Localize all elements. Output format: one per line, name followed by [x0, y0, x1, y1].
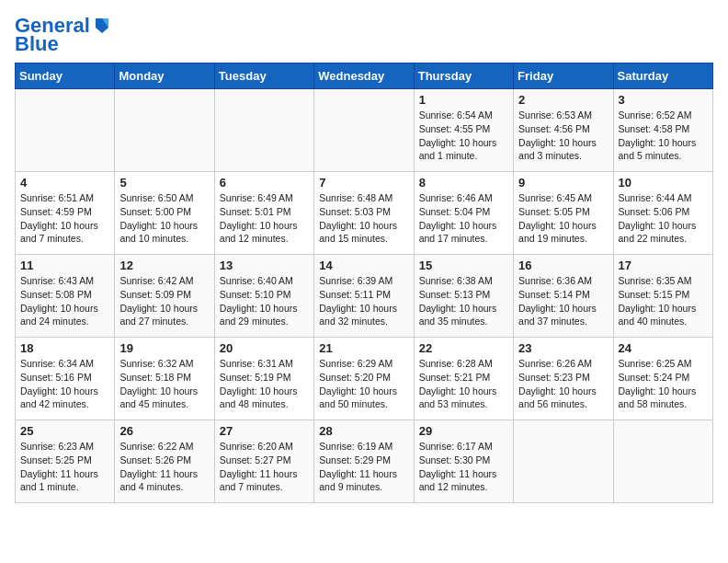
day-number: 10 — [619, 176, 708, 190]
day-info: Sunrise: 6:19 AM Sunset: 5:29 PM Dayligh… — [319, 440, 408, 494]
calendar-cell — [115, 89, 214, 172]
day-info: Sunrise: 6:42 AM Sunset: 5:09 PM Dayligh… — [119, 274, 209, 328]
day-number: 7 — [319, 176, 408, 190]
day-info: Sunrise: 6:35 AM Sunset: 5:15 PM Dayligh… — [619, 274, 708, 328]
calendar-cell: 17Sunrise: 6:35 AM Sunset: 5:15 PM Dayli… — [613, 255, 712, 338]
calendar-cell: 7Sunrise: 6:48 AM Sunset: 5:03 PM Daylig… — [314, 172, 414, 255]
day-info: Sunrise: 6:32 AM Sunset: 5:18 PM Dayligh… — [119, 357, 209, 411]
weekday-header-saturday: Saturday — [613, 63, 712, 89]
calendar-cell: 4Sunrise: 6:51 AM Sunset: 4:59 PM Daylig… — [16, 172, 115, 255]
calendar-cell: 10Sunrise: 6:44 AM Sunset: 5:06 PM Dayli… — [613, 172, 712, 255]
day-number: 26 — [119, 424, 209, 438]
logo-icon — [92, 15, 112, 35]
calendar-cell: 28Sunrise: 6:19 AM Sunset: 5:29 PM Dayli… — [314, 420, 414, 503]
day-info: Sunrise: 6:43 AM Sunset: 5:08 PM Dayligh… — [20, 274, 109, 328]
day-number: 5 — [119, 176, 209, 190]
week-row-2: 11Sunrise: 6:43 AM Sunset: 5:08 PM Dayli… — [16, 255, 713, 338]
day-number: 11 — [20, 259, 109, 272]
calendar-cell: 25Sunrise: 6:23 AM Sunset: 5:25 PM Dayli… — [16, 420, 115, 503]
day-info: Sunrise: 6:46 AM Sunset: 5:04 PM Dayligh… — [419, 191, 508, 246]
calendar-cell: 1Sunrise: 6:54 AM Sunset: 4:55 PM Daylig… — [414, 89, 513, 172]
calendar-cell: 5Sunrise: 6:50 AM Sunset: 5:00 PM Daylig… — [115, 172, 214, 255]
calendar-cell: 21Sunrise: 6:29 AM Sunset: 5:20 PM Dayli… — [314, 338, 414, 420]
day-number: 24 — [619, 341, 708, 355]
day-number: 21 — [319, 341, 408, 355]
day-info: Sunrise: 6:20 AM Sunset: 5:27 PM Dayligh… — [220, 440, 309, 494]
calendar-cell: 2Sunrise: 6:53 AM Sunset: 4:56 PM Daylig… — [514, 89, 613, 172]
calendar-cell — [613, 420, 712, 503]
week-row-0: 1Sunrise: 6:54 AM Sunset: 4:55 PM Daylig… — [16, 89, 713, 172]
calendar-cell: 6Sunrise: 6:49 AM Sunset: 5:01 PM Daylig… — [214, 172, 313, 255]
day-info: Sunrise: 6:49 AM Sunset: 5:01 PM Dayligh… — [220, 191, 309, 246]
day-number: 9 — [518, 176, 608, 190]
weekday-header-friday: Friday — [514, 63, 613, 89]
calendar-cell — [314, 89, 414, 172]
day-number: 19 — [119, 341, 209, 355]
day-info: Sunrise: 6:44 AM Sunset: 5:06 PM Dayligh… — [619, 191, 708, 246]
day-number: 14 — [319, 259, 408, 272]
day-number: 29 — [419, 424, 508, 438]
day-number: 6 — [220, 176, 309, 190]
page-header: General Blue — [15, 15, 713, 55]
day-info: Sunrise: 6:38 AM Sunset: 5:13 PM Dayligh… — [419, 274, 508, 328]
day-number: 23 — [518, 341, 608, 355]
day-number: 13 — [220, 259, 309, 272]
calendar-cell: 8Sunrise: 6:46 AM Sunset: 5:04 PM Daylig… — [414, 172, 513, 255]
day-info: Sunrise: 6:26 AM Sunset: 5:23 PM Dayligh… — [518, 357, 608, 411]
day-number: 25 — [20, 424, 109, 438]
calendar-cell: 24Sunrise: 6:25 AM Sunset: 5:24 PM Dayli… — [613, 338, 712, 420]
day-number: 15 — [419, 259, 508, 272]
day-info: Sunrise: 6:29 AM Sunset: 5:20 PM Dayligh… — [319, 357, 408, 411]
calendar-cell — [514, 420, 613, 503]
day-info: Sunrise: 6:23 AM Sunset: 5:25 PM Dayligh… — [20, 440, 109, 494]
day-info: Sunrise: 6:25 AM Sunset: 5:24 PM Dayligh… — [619, 357, 708, 411]
calendar-cell: 22Sunrise: 6:28 AM Sunset: 5:21 PM Dayli… — [414, 338, 513, 420]
week-row-3: 18Sunrise: 6:34 AM Sunset: 5:16 PM Dayli… — [16, 338, 713, 420]
day-info: Sunrise: 6:45 AM Sunset: 5:05 PM Dayligh… — [518, 191, 608, 246]
day-info: Sunrise: 6:36 AM Sunset: 5:14 PM Dayligh… — [518, 274, 608, 328]
day-info: Sunrise: 6:17 AM Sunset: 5:30 PM Dayligh… — [419, 440, 508, 494]
calendar-cell: 20Sunrise: 6:31 AM Sunset: 5:19 PM Dayli… — [214, 338, 313, 420]
day-info: Sunrise: 6:31 AM Sunset: 5:19 PM Dayligh… — [220, 357, 309, 411]
calendar-cell: 15Sunrise: 6:38 AM Sunset: 5:13 PM Dayli… — [414, 255, 513, 338]
day-number: 3 — [619, 93, 708, 107]
calendar-table: SundayMondayTuesdayWednesdayThursdayFrid… — [15, 63, 713, 503]
day-info: Sunrise: 6:34 AM Sunset: 5:16 PM Dayligh… — [20, 357, 109, 411]
calendar-cell: 16Sunrise: 6:36 AM Sunset: 5:14 PM Dayli… — [514, 255, 613, 338]
day-info: Sunrise: 6:53 AM Sunset: 4:56 PM Dayligh… — [518, 109, 608, 163]
day-number: 8 — [419, 176, 508, 190]
day-info: Sunrise: 6:51 AM Sunset: 4:59 PM Dayligh… — [20, 191, 109, 246]
day-number: 18 — [20, 341, 109, 355]
day-number: 12 — [119, 259, 209, 272]
logo-blue-text: Blue — [15, 33, 59, 55]
week-row-4: 25Sunrise: 6:23 AM Sunset: 5:25 PM Dayli… — [16, 420, 713, 503]
calendar-cell: 14Sunrise: 6:39 AM Sunset: 5:11 PM Dayli… — [314, 255, 414, 338]
weekday-header-tuesday: Tuesday — [214, 63, 313, 89]
day-number: 1 — [419, 93, 508, 107]
day-number: 17 — [619, 259, 708, 272]
weekday-header-sunday: Sunday — [16, 63, 115, 89]
day-info: Sunrise: 6:54 AM Sunset: 4:55 PM Dayligh… — [419, 109, 508, 163]
header-row: SundayMondayTuesdayWednesdayThursdayFrid… — [16, 63, 713, 89]
calendar-cell: 3Sunrise: 6:52 AM Sunset: 4:58 PM Daylig… — [613, 89, 712, 172]
weekday-header-monday: Monday — [115, 63, 214, 89]
calendar-cell: 26Sunrise: 6:22 AM Sunset: 5:26 PM Dayli… — [115, 420, 214, 503]
day-number: 28 — [319, 424, 408, 438]
calendar-cell — [214, 89, 313, 172]
calendar-cell: 12Sunrise: 6:42 AM Sunset: 5:09 PM Dayli… — [115, 255, 214, 338]
logo: General Blue — [15, 15, 112, 55]
day-number: 2 — [518, 93, 608, 107]
day-info: Sunrise: 6:48 AM Sunset: 5:03 PM Dayligh… — [319, 191, 408, 246]
day-number: 22 — [419, 341, 508, 355]
day-info: Sunrise: 6:50 AM Sunset: 5:00 PM Dayligh… — [119, 191, 209, 246]
calendar-cell: 27Sunrise: 6:20 AM Sunset: 5:27 PM Dayli… — [214, 420, 313, 503]
week-row-1: 4Sunrise: 6:51 AM Sunset: 4:59 PM Daylig… — [16, 172, 713, 255]
calendar-cell: 18Sunrise: 6:34 AM Sunset: 5:16 PM Dayli… — [16, 338, 115, 420]
day-info: Sunrise: 6:39 AM Sunset: 5:11 PM Dayligh… — [319, 274, 408, 328]
calendar-cell: 29Sunrise: 6:17 AM Sunset: 5:30 PM Dayli… — [414, 420, 513, 503]
calendar-cell: 19Sunrise: 6:32 AM Sunset: 5:18 PM Dayli… — [115, 338, 214, 420]
weekday-header-thursday: Thursday — [414, 63, 513, 89]
day-number: 4 — [20, 176, 109, 190]
day-info: Sunrise: 6:52 AM Sunset: 4:58 PM Dayligh… — [619, 109, 708, 163]
weekday-header-wednesday: Wednesday — [314, 63, 414, 89]
